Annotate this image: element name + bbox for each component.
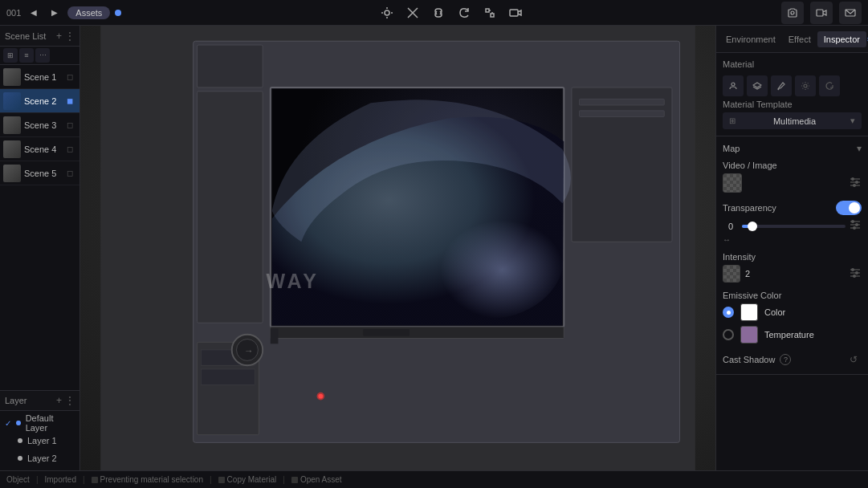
slider-arrows: ↔ (723, 235, 731, 244)
video-btn[interactable] (810, 2, 833, 24)
left-panel: Scene List + ⋮ ⊞ ≡ ⋯ Scene 1 ◻ Scene 2 ◼ (0, 26, 80, 470)
scene-toolbar-btn1[interactable]: ⊞ (3, 48, 18, 63)
scene-item-2[interactable]: Scene 2 ◼ (0, 89, 79, 113)
svg-point-64 (851, 268, 854, 271)
scene-visible-3: ◻ (67, 120, 76, 130)
emissive-temperature-option[interactable]: Temperature (723, 326, 862, 344)
status-object: Object (6, 475, 30, 484)
video-image-property: Video / Image (723, 161, 862, 193)
transparency-label: Transparency (723, 203, 776, 213)
scene-list-actions: + ⋮ (56, 31, 75, 42)
layer-add-icon[interactable]: + (56, 395, 62, 406)
viewport[interactable]: ONE WAY → (80, 26, 715, 470)
scene-list-title: Scene List (5, 31, 46, 41)
emissive-temp-swatch[interactable] (740, 326, 758, 344)
svg-point-58 (851, 220, 854, 223)
svg-rect-6 (491, 14, 494, 17)
layer-item-1[interactable]: Layer 1 (0, 432, 79, 449)
template-select[interactable]: ⊞ Multimedia ▾ (723, 112, 862, 129)
svg-point-48 (804, 84, 807, 87)
transparency-value: 0 (723, 222, 739, 231)
cast-shadow-row: Cast Shadow ? ↺ (723, 352, 862, 368)
toolbar-cut-icon[interactable] (405, 5, 421, 21)
cast-shadow-text: Cast Shadow (723, 355, 775, 364)
scene-item-1[interactable]: Scene 1 ◻ (0, 65, 79, 89)
scene-name-2: Scene 2 (24, 96, 63, 106)
top-bar: 001 ◀ ▶ Assets (0, 0, 868, 26)
emissive-color-option[interactable]: Color (723, 303, 862, 321)
scene-toolbar-btn2[interactable]: ≡ (19, 48, 34, 63)
emissive-color-property: Emissive Color Color Temperature (723, 291, 862, 344)
emissive-color-radio[interactable] (723, 307, 734, 318)
scene-toolbar-btn3[interactable]: ⋯ (35, 48, 50, 63)
emissive-temp-name: Temperature (764, 330, 814, 340)
svg-point-52 (851, 177, 854, 181)
mat-icon-layers[interactable] (747, 75, 768, 96)
transparency-toggle[interactable] (836, 201, 862, 215)
scene-thumb-4 (3, 140, 21, 158)
template-icon: ⊞ (729, 116, 736, 125)
cast-shadow-refresh[interactable]: ↺ (846, 352, 862, 368)
app-title-area: 001 ◀ ▶ Assets (6, 5, 121, 21)
layer-item-2[interactable]: Layer 2 (0, 449, 79, 467)
scene-name-5: Scene 5 (24, 169, 63, 178)
status-action3[interactable]: Open Asset (291, 475, 342, 484)
svg-point-10 (791, 11, 794, 14)
transparency-property: Transparency 0 ↔ (723, 201, 862, 244)
nav-forward[interactable]: ▶ (47, 5, 63, 21)
intensity-adjust[interactable] (849, 266, 862, 282)
emissive-color-swatch[interactable] (740, 303, 758, 321)
intensity-property: Intensity 2 (723, 252, 862, 283)
cast-shadow-help[interactable]: ? (780, 354, 791, 365)
scene-item-5[interactable]: Scene 5 ◻ (0, 161, 79, 185)
video-image-label: Video / Image (723, 161, 862, 170)
mat-icon-brush[interactable] (771, 75, 792, 96)
tab-inspector[interactable]: Inspector (817, 31, 866, 47)
camera-btn[interactable] (781, 2, 804, 24)
tab-effect[interactable]: Effect (782, 31, 817, 47)
assets-button[interactable]: Assets (67, 6, 110, 19)
svg-rect-40 (580, 99, 665, 105)
scene-name-3: Scene 3 (24, 120, 63, 130)
status-action2[interactable]: Copy Material (218, 475, 277, 484)
transparency-adjust[interactable] (849, 218, 862, 234)
cast-shadow-label: Cast Shadow ? (723, 354, 791, 365)
mat-icon-person[interactable] (723, 75, 744, 96)
map-expand-icon[interactable]: ▾ (857, 143, 862, 154)
transparency-slider[interactable] (742, 225, 846, 228)
material-section: Material Material Template (716, 53, 868, 136)
video-image-swatch[interactable] (723, 173, 742, 193)
scene-item-4[interactable]: Scene 4 ◻ (0, 137, 79, 161)
viewport-scene: ONE WAY → (80, 26, 715, 470)
layer-menu-icon[interactable]: ⋮ (65, 395, 75, 406)
toolbar-camera-icon[interactable] (507, 5, 524, 21)
scene-list-header: Scene List + ⋮ (0, 26, 79, 47)
material-icon-row (723, 75, 862, 96)
intensity-swatch (723, 265, 740, 283)
toolbar-light-icon[interactable] (379, 5, 395, 21)
status-dot (115, 10, 121, 16)
nav-back[interactable]: ◀ (26, 5, 42, 21)
mat-icon-refresh[interactable] (819, 75, 840, 96)
scene-add-icon[interactable]: + (56, 31, 62, 42)
video-image-adjust[interactable] (849, 176, 862, 191)
tab-environment[interactable]: Environment (719, 31, 782, 47)
layer-dot-default (16, 421, 21, 425)
emissive-temp-radio[interactable] (723, 329, 734, 340)
toolbar-transform-icon[interactable] (482, 5, 498, 21)
mail-btn[interactable] (839, 2, 862, 24)
svg-point-38 (318, 394, 323, 399)
toolbar-link-icon[interactable] (430, 5, 446, 21)
scene-menu-icon[interactable]: ⋮ (65, 31, 75, 42)
svg-point-47 (731, 83, 735, 86)
scene-item-3[interactable]: Scene 3 ◻ (0, 113, 79, 137)
mat-icon-settings[interactable] (795, 75, 816, 96)
scene-visible-2: ◼ (67, 96, 76, 106)
svg-rect-33 (201, 369, 255, 384)
svg-point-0 (385, 10, 389, 15)
toolbar-rotate-icon[interactable] (456, 5, 472, 21)
status-action1[interactable]: Preventing material selection (92, 475, 203, 484)
template-chevron: ▾ (850, 116, 855, 126)
layer-item-default[interactable]: ✓ Default Layer (0, 414, 79, 432)
svg-point-29 (410, 196, 564, 319)
